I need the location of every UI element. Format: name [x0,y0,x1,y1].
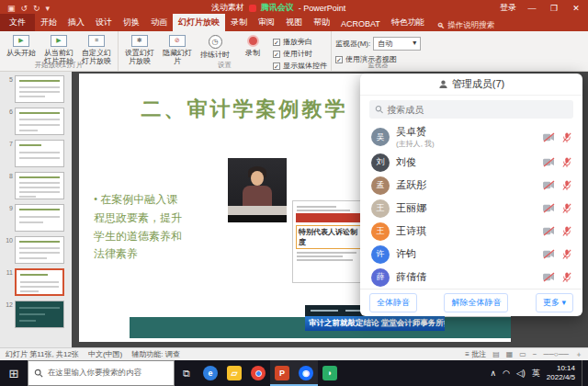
hidden-icons-chevron[interactable]: ∧ [490,369,496,378]
qat-dropdown-icon[interactable]: ▾ [46,4,51,13]
slide-number-indicator[interactable]: 幻灯片 第11张, 共12张 [6,349,79,359]
thumbnail-9[interactable]: 9 [4,204,72,232]
thumbnail-8[interactable]: 8 [4,172,72,199]
camera-off-icon[interactable] [543,203,555,213]
thumbnail-5[interactable]: 5 [4,75,72,103]
panel-header: 管理成员(7) [360,74,582,96]
mic-off-icon[interactable] [562,248,571,260]
maximize-button[interactable]: ❐ [548,4,560,13]
normal-view-icon[interactable]: ▤ [492,350,500,358]
tab-design[interactable]: 设计 [90,14,118,31]
taskbar-clock[interactable]: 10:142022/4/5 [547,364,575,382]
thumbnail-12[interactable]: 12 [4,301,72,328]
group-label: 设置 [119,61,331,70]
mic-off-icon[interactable] [562,202,571,214]
camera-off-icon[interactable] [543,157,555,167]
thumbnail-6[interactable]: 6 [4,108,72,135]
video-caption-bar [228,215,287,222]
zoom-slider[interactable]: ──○── [543,350,569,358]
tab-home[interactable]: 开始 [35,14,62,31]
show-desktop-button[interactable] [582,360,584,386]
thumbnail-11-selected[interactable]: 11 [4,268,72,296]
mic-off-icon[interactable] [562,225,571,237]
member-row[interactable]: 刘 刘俊 [360,151,582,174]
close-button[interactable]: ✕ [570,4,582,13]
thumbnail-7[interactable]: 7 [4,140,72,167]
news-ticker: 审计之前就敲定结论 堂堂会计师事务所签订“抽屉协议” [305,316,445,331]
rehearse-timings-button[interactable]: ◷ 排练计时 [198,33,232,59]
slideshow-view-icon[interactable]: ▭ [519,350,526,358]
unmute-all-button[interactable]: 解除全体静音 [444,293,508,312]
powerpoint-icon[interactable]: P [270,360,294,386]
mic-off-icon[interactable] [562,271,571,283]
mic-off-icon[interactable] [562,131,571,143]
tab-review[interactable]: 审阅 [253,14,280,31]
tab-help[interactable]: 帮助 [308,14,335,31]
member-search-box[interactable] [369,100,573,119]
mic-off-icon[interactable] [562,156,571,168]
minimize-button[interactable]: — [526,4,538,13]
camera-off-icon[interactable] [543,132,555,142]
volume-icon[interactable]: ◁) [516,369,526,378]
tab-record[interactable]: 录制 [225,14,253,31]
monitor-dropdown[interactable]: 自动 ▾ [373,37,421,51]
hide-slide-icon: ⊘ [169,35,186,47]
member-row[interactable]: 孟 孟跃彤 [360,174,582,197]
member-row[interactable]: 许 许钧 [360,243,582,266]
system-tray: ∧ ◠ ◁) 英 10:142022/4/5 [490,360,588,386]
use-timings-checkbox[interactable]: ✓使用计时 [273,49,327,59]
camera-off-icon[interactable] [543,226,555,236]
tab-features[interactable]: 特色功能 [386,14,430,31]
windows-taskbar: ⊞ 在这里输入你要搜索的内容 ⧉ e ▱ P ◉ ◗ ∧ ◠ ◁) 英 10:1… [0,360,588,386]
camera-off-icon[interactable] [543,180,555,190]
tab-view[interactable]: 视图 [280,14,308,31]
redo-icon[interactable]: ↻ [33,4,40,13]
checkbox-icon: ✓ [273,51,280,58]
save-icon[interactable]: ▣ [7,4,16,13]
tab-insert[interactable]: 插入 [62,14,90,31]
language-indicator[interactable]: 中文(中国) [88,349,122,359]
embedded-video[interactable] [228,158,287,222]
from-beginning-button[interactable]: ▶ 从头开始 [4,33,39,57]
tab-acrobat[interactable]: ACROBAT [335,17,386,31]
zoom-out-icon[interactable]: − [533,350,537,358]
tab-file[interactable]: 文件 [0,14,35,31]
start-button[interactable]: ⊞ [0,360,28,386]
slide-title[interactable]: 二、审计学案例教学 [97,96,391,123]
thumbnail-10[interactable]: 10 [4,236,72,264]
slide-sorter-icon[interactable]: ▦ [506,350,514,358]
camera-off-icon[interactable] [543,272,555,282]
tencent-meeting-icon[interactable]: ◉ [294,360,318,386]
slide-bullet-text[interactable]: • 在案例中融入课程思政要素，提升学生的道德素养和法律素养 [94,191,187,264]
tell-me-search[interactable]: 🔍︎ 操作说明搜索 [437,20,495,31]
tab-slideshow[interactable]: 幻灯片放映 [173,14,225,31]
taskbar-search[interactable]: 在这里输入你要搜索的内容 [28,360,175,386]
accessibility-indicator[interactable]: 辅助功能: 调查 [131,349,179,359]
camera-off-icon[interactable] [543,249,555,259]
custom-show-icon: ≡ [88,35,105,47]
zoom-in-icon[interactable]: ＋ [575,349,582,359]
record-slideshow-button[interactable]: 录制 [235,33,270,57]
task-view-button[interactable]: ⧉ [175,360,198,386]
member-search-input[interactable] [387,105,568,115]
member-row[interactable]: 薛 薛倩倩 [360,266,582,289]
undo-icon[interactable]: ↺ [21,4,28,13]
mute-all-button[interactable]: 全体静音 [369,293,417,312]
comments-button[interactable]: ≡ 批注 [465,349,486,359]
network-icon[interactable]: ◠ [503,369,510,378]
more-button[interactable]: 更多 ▾ [536,293,573,312]
wechat-icon[interactable]: ◗ [318,360,342,386]
ime-language-indicator[interactable]: 英 [532,368,540,380]
chrome-icon[interactable] [246,360,270,386]
tab-transitions[interactable]: 切换 [118,14,145,31]
member-row[interactable]: 吴 吴卓赟 (主持人, 我) [360,123,582,151]
file-explorer-icon[interactable]: ▱ [222,360,246,386]
play-screen-icon: ▶ [13,35,29,47]
login-button[interactable]: 登录 [500,2,516,14]
edge-browser-icon[interactable]: e [198,360,222,386]
member-row[interactable]: 王 王诗琪 [360,220,582,243]
mic-off-icon[interactable] [562,179,571,191]
member-row[interactable]: 王 王丽娜 [360,197,582,220]
play-narrations-checkbox[interactable]: ✓播放旁白 [273,37,327,47]
tab-animations[interactable]: 动画 [145,14,173,31]
